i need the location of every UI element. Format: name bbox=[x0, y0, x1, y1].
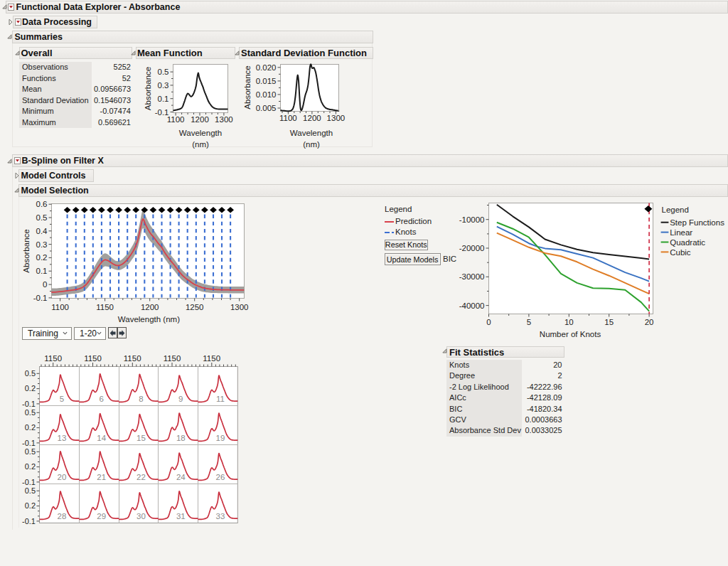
svg-text:-40000: -40000 bbox=[459, 301, 485, 310]
svg-text:0.2: 0.2 bbox=[25, 384, 36, 393]
svg-text:0.1: 0.1 bbox=[158, 95, 169, 103]
svg-text:1150: 1150 bbox=[203, 354, 220, 363]
svg-text:0.5: 0.5 bbox=[25, 408, 36, 417]
svg-text:19: 19 bbox=[216, 434, 225, 442]
svg-text:Absorbance: Absorbance bbox=[22, 229, 31, 272]
svg-text:26: 26 bbox=[216, 473, 225, 481]
svg-text:20: 20 bbox=[645, 318, 654, 326]
svg-text:0.5: 0.5 bbox=[25, 486, 36, 495]
svg-text:Quadratic: Quadratic bbox=[670, 238, 705, 247]
svg-text:15: 15 bbox=[604, 318, 614, 326]
svg-text:Wavelength (nm): Wavelength (nm) bbox=[118, 315, 180, 324]
svg-text:15: 15 bbox=[136, 434, 146, 442]
svg-text:Linear: Linear bbox=[670, 228, 692, 237]
svg-text:0: 0 bbox=[486, 318, 491, 326]
svg-text:31: 31 bbox=[176, 512, 186, 520]
svg-text:0.020: 0.020 bbox=[256, 63, 277, 72]
svg-text:24: 24 bbox=[176, 473, 186, 481]
svg-text:-30000: -30000 bbox=[459, 272, 485, 281]
svg-text:20: 20 bbox=[58, 473, 67, 481]
svg-text:1200: 1200 bbox=[191, 115, 209, 124]
svg-text:0.5: 0.5 bbox=[25, 369, 36, 378]
svg-text:Wavelength: Wavelength bbox=[179, 129, 222, 137]
svg-text:0.5: 0.5 bbox=[36, 213, 48, 222]
svg-text:0.2: 0.2 bbox=[36, 253, 48, 262]
svg-text:5: 5 bbox=[527, 318, 531, 326]
svg-text:0.6: 0.6 bbox=[36, 200, 48, 208]
svg-text:-20000: -20000 bbox=[459, 244, 485, 252]
svg-text:Absorbance: Absorbance bbox=[144, 67, 152, 110]
svg-text:1150: 1150 bbox=[84, 354, 102, 363]
svg-text:-0.1: -0.1 bbox=[22, 439, 36, 447]
svg-text:1100: 1100 bbox=[51, 303, 69, 311]
svg-text:Absorbance: Absorbance bbox=[243, 65, 252, 109]
svg-text:1300: 1300 bbox=[327, 114, 346, 122]
svg-text:18: 18 bbox=[176, 434, 186, 442]
svg-text:Step Functions: Step Functions bbox=[670, 218, 724, 227]
svg-text:0.2: 0.2 bbox=[25, 462, 36, 471]
svg-text:0: 0 bbox=[43, 280, 47, 289]
svg-text:1100: 1100 bbox=[167, 115, 185, 124]
svg-text:Wavelength: Wavelength bbox=[290, 129, 333, 137]
svg-text:0.1: 0.1 bbox=[36, 267, 48, 275]
svg-text:1300: 1300 bbox=[215, 115, 233, 124]
svg-text:11: 11 bbox=[216, 395, 225, 403]
svg-text:28: 28 bbox=[58, 512, 67, 520]
svg-text:29: 29 bbox=[97, 512, 106, 520]
svg-text:(nm): (nm) bbox=[192, 140, 209, 149]
svg-text:Legend: Legend bbox=[662, 205, 689, 214]
svg-text:Cubic: Cubic bbox=[670, 248, 691, 257]
svg-text:1200: 1200 bbox=[303, 114, 321, 122]
svg-text:1100: 1100 bbox=[279, 114, 297, 122]
svg-text:0.2: 0.2 bbox=[25, 501, 36, 510]
svg-text:-0.1: -0.1 bbox=[22, 478, 36, 486]
svg-text:(nm): (nm) bbox=[303, 140, 320, 149]
svg-text:1150: 1150 bbox=[96, 303, 114, 311]
svg-text:6: 6 bbox=[99, 395, 103, 403]
svg-text:8: 8 bbox=[139, 395, 143, 403]
svg-text:Number of Knots: Number of Knots bbox=[540, 330, 601, 338]
svg-text:0.5: 0.5 bbox=[158, 68, 169, 76]
svg-text:-10000: -10000 bbox=[459, 215, 485, 224]
svg-text:0.005: 0.005 bbox=[256, 104, 277, 112]
svg-text:22: 22 bbox=[136, 473, 146, 481]
svg-text:33: 33 bbox=[216, 512, 225, 520]
svg-text:0.4: 0.4 bbox=[36, 227, 48, 235]
svg-text:10: 10 bbox=[564, 318, 574, 326]
svg-text:0.3: 0.3 bbox=[158, 81, 169, 90]
svg-text:21: 21 bbox=[97, 473, 106, 481]
svg-text:0.010: 0.010 bbox=[256, 90, 277, 99]
svg-text:0.2: 0.2 bbox=[25, 423, 36, 432]
svg-text:1250: 1250 bbox=[186, 303, 204, 311]
svg-text:1150: 1150 bbox=[164, 354, 181, 363]
svg-text:0.015: 0.015 bbox=[256, 77, 277, 85]
svg-text:30: 30 bbox=[136, 512, 146, 520]
svg-text:9: 9 bbox=[178, 395, 183, 403]
svg-text:1150: 1150 bbox=[124, 354, 141, 363]
svg-text:-0.1: -0.1 bbox=[22, 517, 36, 525]
svg-text:-0.1: -0.1 bbox=[22, 400, 36, 408]
svg-text:0.5: 0.5 bbox=[25, 447, 36, 456]
svg-text:1300: 1300 bbox=[230, 303, 249, 311]
svg-text:14: 14 bbox=[97, 434, 106, 442]
svg-text:-0.1: -0.1 bbox=[33, 294, 48, 302]
svg-text:1150: 1150 bbox=[44, 354, 62, 363]
svg-text:13: 13 bbox=[58, 434, 67, 442]
svg-text:5: 5 bbox=[60, 395, 64, 403]
svg-text:0.3: 0.3 bbox=[36, 240, 48, 249]
svg-text:1200: 1200 bbox=[141, 303, 159, 311]
